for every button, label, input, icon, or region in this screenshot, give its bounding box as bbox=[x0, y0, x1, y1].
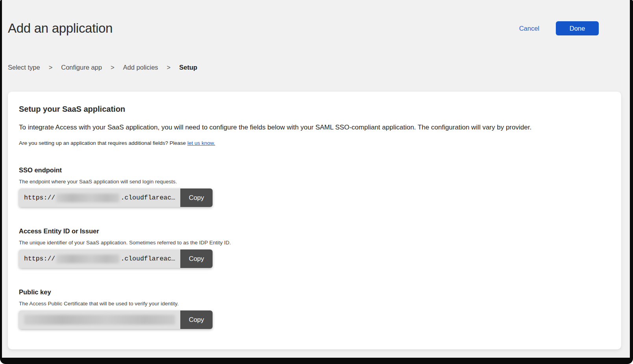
redacted-blur bbox=[56, 194, 119, 202]
sso-endpoint-value[interactable]: https:// .cloudflareac… bbox=[19, 188, 180, 207]
setup-saas-card: Setup your SaaS application To integrate… bbox=[8, 92, 621, 349]
public-key-label: Public key bbox=[19, 288, 610, 296]
header-actions: Cancel Done bbox=[519, 21, 621, 35]
access-entity-id-value[interactable]: https:// .cloudflareac… bbox=[19, 249, 180, 268]
sso-endpoint-copy-row: https:// .cloudflareac… Copy bbox=[19, 188, 213, 207]
cancel-button[interactable]: Cancel bbox=[519, 25, 539, 32]
access-entity-id-section: Access Entity ID or Issuer The unique id… bbox=[19, 227, 610, 268]
done-button[interactable]: Done bbox=[556, 21, 599, 35]
access-entity-id-label: Access Entity ID or Issuer bbox=[19, 227, 610, 235]
additional-fields-note: Are you setting up an application that r… bbox=[19, 140, 610, 146]
breadcrumb-item-configure-app[interactable]: Configure app bbox=[61, 64, 102, 71]
public-key-description: The Access Public Certificate that will … bbox=[19, 301, 610, 307]
sso-endpoint-description: The endpoint where your SaaS application… bbox=[19, 179, 610, 185]
page-header: Add an application Cancel Done bbox=[8, 0, 621, 36]
redacted-blur bbox=[24, 315, 175, 325]
note-text: Are you setting up an application that r… bbox=[19, 140, 186, 146]
card-title: Setup your SaaS application bbox=[19, 105, 610, 114]
breadcrumb-item-setup: Setup bbox=[179, 64, 197, 71]
breadcrumb: Select type > Configure app > Add polici… bbox=[8, 64, 621, 71]
breadcrumb-separator: > bbox=[111, 64, 115, 71]
url-prefix: https:// bbox=[24, 194, 55, 201]
url-suffix: .cloudflareac… bbox=[120, 194, 175, 201]
copy-button[interactable]: Copy bbox=[180, 249, 213, 268]
sso-endpoint-label: SSO endpoint bbox=[19, 166, 610, 174]
card-intro-text: To integrate Access with your SaaS appli… bbox=[19, 123, 610, 132]
copy-button[interactable]: Copy bbox=[180, 310, 213, 329]
breadcrumb-separator: > bbox=[167, 64, 171, 71]
breadcrumb-separator: > bbox=[49, 64, 53, 71]
public-key-copy-row: Copy bbox=[19, 310, 213, 329]
url-suffix: .cloudflareac… bbox=[120, 255, 175, 262]
breadcrumb-item-select-type[interactable]: Select type bbox=[8, 64, 40, 71]
url-prefix: https:// bbox=[24, 255, 55, 262]
page-title: Add an application bbox=[8, 20, 113, 36]
breadcrumb-item-add-policies[interactable]: Add policies bbox=[123, 64, 158, 71]
public-key-value[interactable] bbox=[19, 310, 180, 329]
screenshot-frame: Add an application Cancel Done Select ty… bbox=[0, 0, 633, 364]
public-key-section: Public key The Access Public Certificate… bbox=[19, 288, 610, 329]
access-entity-id-description: The unique identifier of your SaaS appli… bbox=[19, 240, 610, 246]
let-us-know-link[interactable]: let us know. bbox=[187, 140, 215, 146]
copy-button[interactable]: Copy bbox=[180, 188, 213, 207]
add-application-page: Add an application Cancel Done Select ty… bbox=[2, 0, 630, 349]
redacted-blur bbox=[56, 255, 119, 263]
access-entity-id-copy-row: https:// .cloudflareac… Copy bbox=[19, 249, 213, 268]
sso-endpoint-section: SSO endpoint The endpoint where your Saa… bbox=[19, 166, 610, 207]
